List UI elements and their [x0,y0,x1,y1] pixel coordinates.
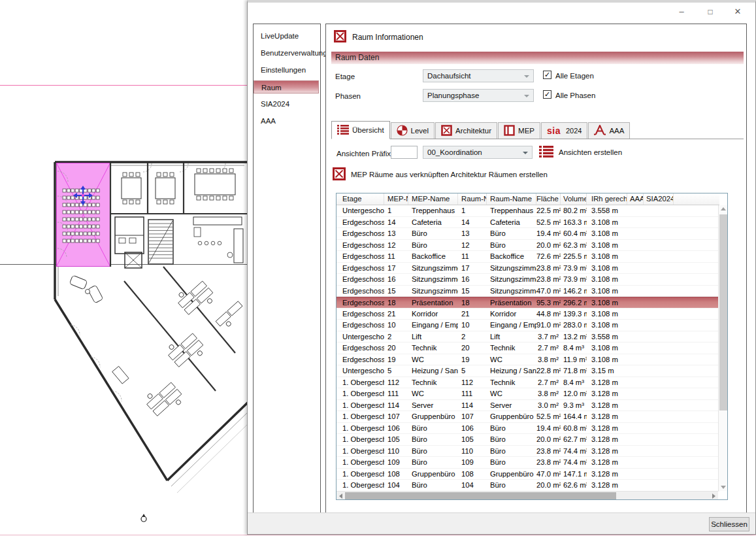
meeting-tables [122,169,235,204]
scroll-down-icon[interactable] [721,486,726,489]
column-header[interactable]: Raum-Nr [458,193,487,205]
alle-phasen-checkbox[interactable] [543,90,551,99]
table-cell: 3.15 m [587,365,627,377]
table-row[interactable]: Erdgeschoss16Sitzungszimmer16Sitzungszim… [337,274,719,286]
table-row[interactable]: 1. Obergeschoss111WC111WC3.8 m²12.0 m³3.… [337,388,719,400]
table-row[interactable]: Erdgeschoss21Korridor21Korridor44.8 m²13… [337,309,719,320]
ansichten-praefix-input[interactable] [391,146,418,159]
view-template-select[interactable]: 00_Koordination [423,146,533,159]
ansichten-erstellen-button[interactable]: Ansichten erstellen [539,146,622,159]
maximize-button[interactable]: □ [699,4,721,20]
table-cell: 3.108 m [587,354,627,365]
table-row[interactable]: Erdgeschoss18Präsentation18Präsentation9… [337,297,719,309]
table-row[interactable]: 1. Obergeschoss107Gruppenbüro107Gruppenb… [337,411,719,423]
column-header[interactable]: Volumen [561,193,587,205]
tab-aaa[interactable]: AAA [588,122,630,139]
scroll-left-icon[interactable] [339,494,342,499]
etage-select[interactable]: Dachaufsicht [423,69,534,82]
table-cell [627,331,644,343]
table-cell: 74.4 m³ [561,457,587,468]
tab-architektur[interactable]: Architektur [435,122,497,139]
table-cell: 3.0 m² [536,400,561,411]
table-row[interactable]: Erdgeschoss12Büro12Büro20.0 m²62.3 m³3.1… [337,240,719,252]
table-row[interactable]: Untergeschoss5Heizung / Sanitär5Heizung … [337,365,719,377]
table-cell: 9.3 m³ [561,400,587,411]
floor-plan [0,0,250,536]
table-cell: 104 [384,480,408,491]
table-cell: 1. Obergeschoss [337,411,384,422]
dialog-footer: Schliessen [248,512,755,534]
tab-uebersicht[interactable]: Übersicht [331,121,390,139]
table-cell: 2.7 m² [536,377,561,388]
table-cell: Erdgeschoss [337,251,384,262]
table-cell: 3.108 m [587,309,627,320]
table-cell: Sitzungszimmer [487,274,536,285]
close-button[interactable]: ✕ [727,4,749,20]
table-cell: 106 [458,423,487,434]
table-cell: Sitzungszimmer [487,263,536,274]
scrollbar-thumb[interactable] [719,214,727,410]
tab-mep[interactable]: MEP [498,122,540,139]
schliessen-button[interactable]: Schliessen [709,517,749,531]
minimize-button[interactable]: – [670,4,693,20]
table-row[interactable]: 1. Obergeschoss108Gruppenbüro108Gruppenb… [337,469,719,480]
table-row[interactable]: 1. Obergeschoss106Büro106Büro19.4 m²60.8… [337,423,719,435]
table-row[interactable]: 1. Obergeschoss109Büro109Büro23.8 m²74.4… [337,457,719,469]
table-row[interactable]: 1. Obergeschoss104Büro104Büro20.0 m²62.6… [337,480,719,492]
table-row[interactable]: 1. Obergeschoss114Server114Server3.0 m²9… [337,400,719,412]
table-row[interactable]: 1. Obergeschoss105Büro105Büro20.0 m²62.7… [337,434,719,446]
table-cell: Eingang / Empfang [487,320,536,331]
highlighted-room-praesentation[interactable] [57,163,110,267]
column-header[interactable]: AAA [627,193,644,205]
tab-sia-2024[interactable]: sia 2024 [541,122,587,139]
table-row[interactable]: Erdgeschoss15Sitzungszimmer15Sitzungszim… [337,286,719,297]
table-cell: 91.0 m² [536,320,561,331]
table-cell: Untergeschoss [337,205,384,216]
table-cell: 105 [384,434,408,445]
alle-etagen-checkbox[interactable] [543,71,551,79]
mep-icon [504,125,515,137]
column-header[interactable]: IRh gerechnet [587,193,627,205]
table-row[interactable]: 1. Obergeschoss112Technik112Technik2.7 m… [337,377,719,389]
sidebar-item-einstellungen[interactable]: Einstellungen [254,62,320,79]
table-cell: 3.128 m [587,480,627,491]
table-cell: 8.4 m³ [561,343,587,354]
vertical-scrollbar[interactable] [718,205,727,491]
table-cell: Backoffice [487,251,536,262]
table-cell: 3.108 m [587,263,627,274]
column-header[interactable]: SIA2024 [644,193,674,205]
table-row[interactable]: 1. Obergeschoss110Büro110Büro23.8 m²74.4… [337,446,719,458]
column-header[interactable]: MEP-Nr [384,193,408,205]
mep-raeume-erstellen-button[interactable]: MEP Räume aus verknüpften Architektur Rä… [333,167,548,182]
sidebar-item-sia2024[interactable]: SIA2024 [254,96,320,113]
table-cell [644,377,674,388]
sidebar-item-aaa[interactable]: AAA [254,113,320,130]
sidebar-item-raum[interactable]: Raum [254,79,320,96]
scroll-up-icon[interactable] [721,207,726,210]
sidebar-item-benutzerverwaltung[interactable]: Benutzerverwaltung [254,45,320,62]
scrollbar-thumb[interactable] [345,492,616,499]
table-row[interactable]: Erdgeschoss14Cafeteria14Cafeteria52.5 m²… [337,217,719,229]
table-row[interactable]: Erdgeschoss11Backoffice11Backoffice72.6 … [337,251,719,263]
table-row[interactable]: Erdgeschoss10Eingang / Empfang10Eingang … [337,320,719,331]
column-header[interactable]: Raum-Name [487,193,536,205]
column-header[interactable]: MEP-Name [408,193,458,205]
scroll-right-icon[interactable] [712,494,715,499]
phasen-select[interactable]: Planungsphase [423,89,534,102]
sidebar-item-liveupdate[interactable]: LiveUpdate [254,28,320,45]
tab-level[interactable]: Level [391,122,435,139]
table-row[interactable]: Untergeschoss2Lift2Lift3.7 m²13.2 m³3.55… [337,331,719,343]
table-cell: Backoffice [408,251,458,262]
table-cell: 3.128 m [587,411,627,422]
table-cell [644,297,674,308]
table-row[interactable]: Erdgeschoss20Technik20Technik2.7 m²8.4 m… [337,343,719,354]
table-cell: 21 [384,309,408,320]
column-header[interactable]: Fläche [536,193,561,205]
table-row[interactable]: Erdgeschoss17Sitzungszimmer17Sitzungszim… [337,263,719,275]
table-cell: Büro [487,446,536,457]
horizontal-scrollbar[interactable] [337,491,718,499]
column-header[interactable]: Etage [337,193,384,205]
table-row[interactable]: Erdgeschoss19WC19WC3.8 m²11.9 m³3.108 m [337,354,719,366]
table-row[interactable]: Untergeschoss1Treppenhaus1Treppenhaus22.… [337,205,719,217]
table-row[interactable]: Erdgeschoss13Büro13Büro19.4 m²60.4 m³3.1… [337,228,719,240]
